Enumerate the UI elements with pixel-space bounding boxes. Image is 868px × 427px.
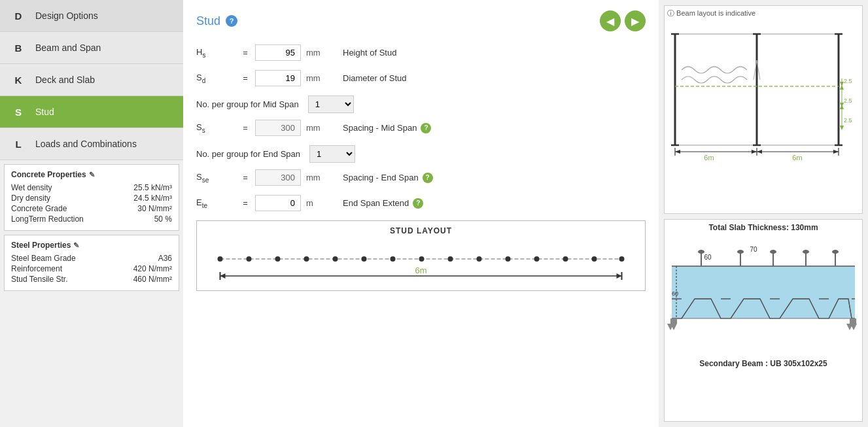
no-mid-select[interactable]: 1 2 3	[308, 95, 354, 113]
sidebar-label-deck: Deck and Slab	[35, 75, 95, 85]
ss-row: Ss = mm Spacing - Mid Span ?	[196, 120, 646, 136]
nav-arrows: ◀ ▶	[600, 10, 646, 31]
slab-diagram: Total Slab Thickness: 130mm 60 70	[664, 219, 863, 422]
concrete-grade-label: Concrete Grade	[11, 204, 67, 213]
svg-point-79	[832, 250, 839, 254]
ete-label: Ete	[196, 197, 235, 209]
svg-point-73	[737, 250, 744, 254]
sidebar-item-design[interactable]: D Design Options	[0, 0, 183, 32]
sidebar-item-deck[interactable]: K Deck and Slab	[0, 64, 183, 96]
next-button[interactable]: ▶	[625, 10, 646, 31]
sd-label: Sd	[196, 73, 235, 84]
ss-input	[255, 120, 301, 136]
svg-marker-49	[752, 150, 757, 154]
sse-input	[255, 169, 301, 186]
sse-help-icon[interactable]: ?	[423, 173, 433, 183]
stud-layout-svg: 6m	[203, 241, 638, 283]
page-title: Stud	[196, 14, 220, 28]
svg-point-3	[275, 256, 281, 262]
svg-text:70: 70	[750, 246, 757, 253]
svg-point-1	[218, 256, 223, 262]
ete-help-icon[interactable]: ?	[413, 198, 423, 209]
wet-density-val: 25.5 kN/m³	[133, 183, 172, 192]
ss-eq: =	[235, 123, 255, 133]
svg-marker-44	[840, 105, 844, 109]
sidebar-letter-deck: K	[9, 71, 27, 89]
hs-input[interactable]	[255, 44, 301, 61]
svg-marker-19	[220, 273, 226, 279]
no-mid-label: No. per group for Mid Span	[196, 99, 299, 109]
reinf-label: Reinforcement	[11, 264, 62, 273]
stud-layout-diagram: STUD LAYOUT	[196, 220, 646, 291]
beam-layout-svg: 2.5 2.5 2.5	[667, 21, 859, 165]
svg-text:6m: 6m	[792, 154, 802, 162]
ete-input[interactable]	[255, 195, 301, 211]
svg-point-2	[247, 256, 252, 262]
dry-density-val: 24.5 kN/m³	[133, 194, 172, 203]
sse-unit: mm	[306, 173, 332, 182]
svg-marker-45	[840, 126, 844, 130]
svg-point-4	[304, 256, 309, 262]
svg-point-71	[698, 250, 704, 254]
steel-properties-title: Steel Properties	[11, 241, 71, 250]
no-end-select[interactable]: 1 2 3	[309, 145, 355, 163]
prev-button[interactable]: ◀	[600, 10, 621, 31]
svg-point-9	[448, 256, 453, 262]
hs-row: Hs = mm Height of Stud	[196, 44, 646, 61]
wet-density-label: Wet density	[11, 183, 52, 192]
page-header: Stud ? ◀ ▶	[196, 10, 646, 31]
slab-svg: 60 70	[665, 233, 862, 354]
longterm-val: 50 %	[154, 214, 172, 224]
dry-density-label: Dry density	[11, 194, 50, 203]
stud-tensile-val: 460 N/mm²	[133, 275, 172, 284]
svg-rect-83	[850, 318, 856, 324]
help-icon[interactable]: ?	[226, 15, 237, 27]
svg-text:2.5: 2.5	[844, 117, 852, 124]
svg-point-11	[506, 256, 511, 262]
sd-row: Sd = mm Diameter of Stud	[196, 70, 646, 86]
sse-eq: =	[235, 173, 255, 182]
svg-marker-48	[675, 150, 680, 154]
beam-layout-note: ⓘ Beam layout is indicative	[667, 9, 859, 18]
sidebar-item-loads[interactable]: L Loads and Combinations	[0, 128, 183, 160]
svg-text:2.5: 2.5	[844, 97, 852, 104]
hs-label: Hs	[196, 47, 235, 59]
svg-text:6m: 6m	[704, 154, 714, 162]
svg-text:60: 60	[672, 290, 678, 297]
sse-label: Sse	[196, 172, 235, 184]
sd-input[interactable]	[255, 70, 301, 86]
no-end-row: No. per group for End Span 1 2 3	[196, 145, 646, 163]
ss-label: Ss	[196, 122, 235, 134]
hs-desc: Height of Stud	[343, 48, 396, 58]
svg-marker-20	[617, 273, 622, 279]
sidebar-label-loads: Loads and Combinations	[35, 139, 137, 149]
sidebar: D Design Options B Beam and Span K Deck …	[0, 0, 183, 160]
svg-point-8	[419, 256, 425, 262]
sidebar-letter-stud: S	[9, 103, 27, 121]
stud-layout-title: STUD LAYOUT	[203, 226, 638, 235]
sidebar-item-stud[interactable]: S Stud	[0, 96, 183, 128]
svg-point-75	[770, 250, 776, 254]
sd-unit: mm	[306, 73, 332, 83]
sd-eq: =	[235, 73, 255, 83]
steel-grade-val: A36	[158, 254, 172, 263]
sidebar-item-beam[interactable]: B Beam and Span	[0, 32, 183, 64]
sidebar-label-beam: Beam and Span	[35, 43, 101, 53]
right-panel: ⓘ Beam layout is indicative	[659, 0, 868, 427]
longterm-label: LongTerm Reduction	[11, 214, 84, 224]
secondary-beam-label: Secondary Beam : UB 305x102x25	[665, 356, 862, 371]
ss-help-icon[interactable]: ?	[421, 123, 431, 133]
beam-layout-diagram: ⓘ Beam layout is indicative	[664, 5, 863, 214]
reinf-val: 420 N/mm²	[133, 264, 172, 273]
svg-point-6	[362, 256, 367, 262]
concrete-edit-icon[interactable]: ✎	[89, 171, 95, 179]
steel-properties-section: Steel Properties ✎ Steel Beam Grade A36 …	[4, 235, 179, 291]
svg-text:2.5: 2.5	[844, 78, 852, 84]
sse-desc: Spacing - End Span ?	[343, 173, 433, 183]
concrete-properties-title: Concrete Properties	[11, 170, 86, 179]
svg-point-12	[534, 256, 540, 262]
sidebar-label-stud: Stud	[35, 107, 54, 117]
steel-edit-icon[interactable]: ✎	[73, 241, 79, 250]
svg-point-10	[477, 256, 482, 262]
stud-tensile-label: Stud Tensile Str.	[11, 275, 68, 284]
